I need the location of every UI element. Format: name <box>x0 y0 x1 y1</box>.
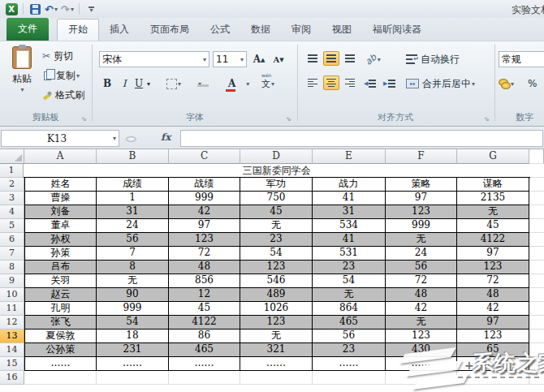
column-header-g[interactable]: G <box>457 149 529 164</box>
cell[interactable]: 战绩 <box>169 178 240 192</box>
cell[interactable]: 41 <box>313 233 386 247</box>
cell[interactable]: 864 <box>313 302 386 316</box>
row-header[interactable]: 6 <box>0 233 24 247</box>
cell[interactable]: 军功 <box>240 178 313 192</box>
font-dialog-launcher-icon[interactable]: ⇘ <box>286 115 291 123</box>
cell[interactable]: 无 <box>240 330 313 343</box>
save-button[interactable] <box>28 2 42 16</box>
row-header[interactable]: 10 <box>0 288 24 302</box>
cell[interactable]: 42 <box>457 302 529 316</box>
cell[interactable]: 23 <box>313 261 386 274</box>
cell[interactable] <box>24 371 97 385</box>
chevron-down-icon[interactable]: ▾ <box>54 6 58 13</box>
cut-button[interactable]: ✂ 剪切 <box>42 48 73 64</box>
row-header[interactable]: 1 <box>0 164 24 178</box>
cell[interactable]: 18 <box>97 330 169 343</box>
cell[interactable]: 56 <box>97 233 169 247</box>
cell[interactable]: 97 <box>457 316 529 330</box>
cell[interactable]: 430 <box>386 343 457 357</box>
cell[interactable]: 8 <box>97 261 169 274</box>
undo-button[interactable]: ↶▾ <box>44 2 58 16</box>
column-header-b[interactable]: B <box>97 149 169 164</box>
font-name-combobox[interactable]: 宋体 ▾ <box>99 51 209 67</box>
cell[interactable]: 123 <box>457 261 529 274</box>
percent-style-button[interactable]: % <box>528 75 537 92</box>
cell[interactable]: …… <box>313 357 386 371</box>
cell[interactable]: 999 <box>386 219 457 233</box>
cell[interactable]: …… <box>169 357 240 371</box>
cell[interactable]: 7 <box>97 247 169 261</box>
align-middle-button[interactable] <box>323 51 339 66</box>
cell[interactable]: 42 <box>169 205 240 219</box>
tab-foxit-reader[interactable]: 福昕阅读器 <box>362 19 432 41</box>
cell[interactable]: 刘备 <box>24 205 97 219</box>
cell[interactable]: 无 <box>313 288 386 302</box>
cell[interactable]: 张飞 <box>24 316 97 330</box>
select-all-corner[interactable] <box>0 149 24 164</box>
fill-color-button[interactable]: ▾ <box>197 75 201 92</box>
cell[interactable]: 72 <box>457 274 529 288</box>
cell[interactable] <box>529 302 544 316</box>
column-header-a[interactable]: A <box>24 149 97 164</box>
cell[interactable]: 123 <box>386 205 457 219</box>
increase-indent-button[interactable]: ▶ <box>383 75 395 92</box>
cell[interactable]: 56 <box>313 330 386 343</box>
italic-button[interactable]: I <box>119 75 130 92</box>
underline-button[interactable]: U <box>133 75 145 92</box>
cell[interactable]: 成绩 <box>97 178 169 192</box>
cell[interactable]: 999 <box>169 192 240 205</box>
cell[interactable] <box>97 371 169 385</box>
cell[interactable] <box>529 178 544 192</box>
cell[interactable]: 48 <box>169 261 240 274</box>
customize-qat-button[interactable]: ▾ <box>84 2 98 16</box>
align-left-button[interactable] <box>304 75 321 90</box>
shrink-font-button[interactable]: A▼ <box>271 51 286 67</box>
row-header[interactable]: 11 <box>0 302 24 316</box>
alignment-dialog-launcher-icon[interactable]: ⇘ <box>484 115 490 123</box>
cell[interactable] <box>529 288 544 302</box>
chevron-down-icon[interactable]: ▾ <box>147 75 150 92</box>
copy-button[interactable]: 复制 ▾ <box>42 67 80 84</box>
grow-font-button[interactable]: A▲ <box>252 51 266 67</box>
cell[interactable]: 赵云 <box>24 288 97 302</box>
cell[interactable]: 谋略 <box>457 178 529 192</box>
cell[interactable]: 97 <box>169 219 240 233</box>
cell[interactable]: 41 <box>313 192 386 205</box>
cell[interactable]: 65 <box>457 343 529 357</box>
tab-formulas[interactable]: 公式 <box>200 19 240 41</box>
row-header[interactable]: 12 <box>0 316 24 330</box>
cell[interactable] <box>529 261 544 274</box>
cell[interactable]: 夏侯敦 <box>24 330 97 343</box>
column-header-c[interactable]: C <box>169 149 240 164</box>
cell[interactable] <box>457 371 529 385</box>
tab-insert[interactable]: 插入 <box>99 19 140 41</box>
cell[interactable]: 战力 <box>313 178 386 192</box>
cell[interactable] <box>529 371 544 385</box>
tab-page-layout[interactable]: 页面布局 <box>140 19 200 41</box>
cell[interactable]: 123 <box>386 330 457 343</box>
cell[interactable]: 无 <box>240 219 313 233</box>
cell[interactable]: 孙权 <box>24 233 97 247</box>
cell[interactable]: 吕布 <box>24 261 97 274</box>
cell[interactable] <box>240 371 313 385</box>
cell[interactable]: …… <box>386 357 457 371</box>
tab-file[interactable]: 文件 <box>6 18 49 41</box>
accounting-format-button[interactable]: ▾ <box>499 75 514 92</box>
cell[interactable]: 90 <box>97 288 169 302</box>
cell[interactable]: 1 <box>97 192 169 205</box>
cell[interactable]: 54 <box>313 274 386 288</box>
cell[interactable]: 1026 <box>240 302 313 316</box>
cell[interactable]: 公孙策 <box>24 343 97 357</box>
cell[interactable]: 97 <box>457 247 529 261</box>
redo-button[interactable]: ↷▾ <box>60 2 75 16</box>
cell[interactable]: 无 <box>386 316 457 330</box>
font-size-combobox[interactable]: 11 ▾ <box>213 51 247 67</box>
cell[interactable]: 123 <box>169 233 240 247</box>
cell[interactable]: 465 <box>169 343 240 357</box>
cell[interactable]: 489 <box>240 288 313 302</box>
cell[interactable]: 45 <box>169 302 240 316</box>
cell[interactable]: 24 <box>97 219 169 233</box>
font-color-button[interactable]: A▾ <box>228 75 249 92</box>
row-header[interactable]: 16 <box>0 371 24 385</box>
cell[interactable]: 23 <box>313 343 386 357</box>
